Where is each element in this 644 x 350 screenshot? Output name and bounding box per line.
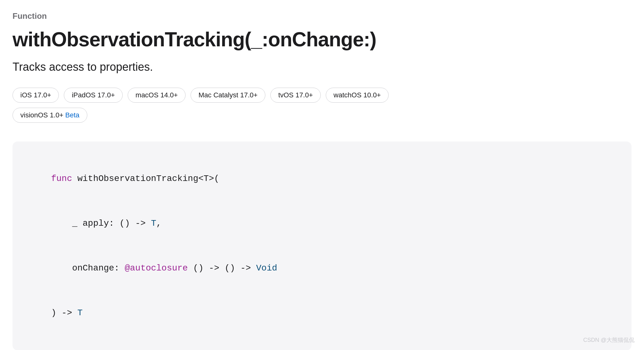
code-default-2b: , [156,219,161,228]
badge-ios[interactable]: iOS 17.0+ [13,88,59,103]
code-line-3: onChange: @autoclosure () -> () -> Void [30,246,614,291]
code-type-T-1: T [151,219,156,228]
code-type-T-2: T [77,308,83,318]
code-block: func withObservationTracking<T>( _ apply… [13,142,631,350]
badge-visionos[interactable]: visionOS 1.0+Beta [13,108,87,123]
badge-watchos[interactable]: watchOS 10.0+ [326,88,389,103]
badge-ipados[interactable]: iPadOS 17.0+ [64,88,123,103]
code-type-void: Void [256,263,277,273]
code-line-4: ) -> T [30,291,614,335]
code-keyword-func: func [51,174,72,183]
code-default-4: ) -> [51,308,77,318]
badge-tvos[interactable]: tvOS 17.0+ [270,88,321,103]
badges-row-1: iOS 17.0+ iPadOS 17.0+ macOS 14.0+ Mac C… [13,88,631,103]
badge-visionos-beta: Beta [65,111,79,119]
watermark: CSDN @大熊猫侃侃 [583,336,635,344]
code-line-2: _ apply: () -> T, [30,201,614,246]
badge-visionos-label: visionOS 1.0+ [20,111,64,119]
code-default-1: withObservationTracking<T>( [72,174,219,183]
code-default-2: _ apply: () -> [51,219,151,228]
code-default-3: onChange: [51,263,125,273]
code-default-3b: () -> () -> [188,263,256,273]
badge-macos[interactable]: macOS 14.0+ [128,88,186,103]
badge-mac-catalyst[interactable]: Mac Catalyst 17.0+ [191,88,265,103]
code-line-1: func withObservationTracking<T>( [30,157,614,201]
category-label: Function [13,11,631,21]
function-title: withObservationTracking(_:onChange:) [13,28,631,50]
badges-row-2: visionOS 1.0+Beta [13,108,631,123]
function-description: Tracks access to properties. [13,59,631,75]
code-attr-autoclosure: @autoclosure [125,263,188,273]
